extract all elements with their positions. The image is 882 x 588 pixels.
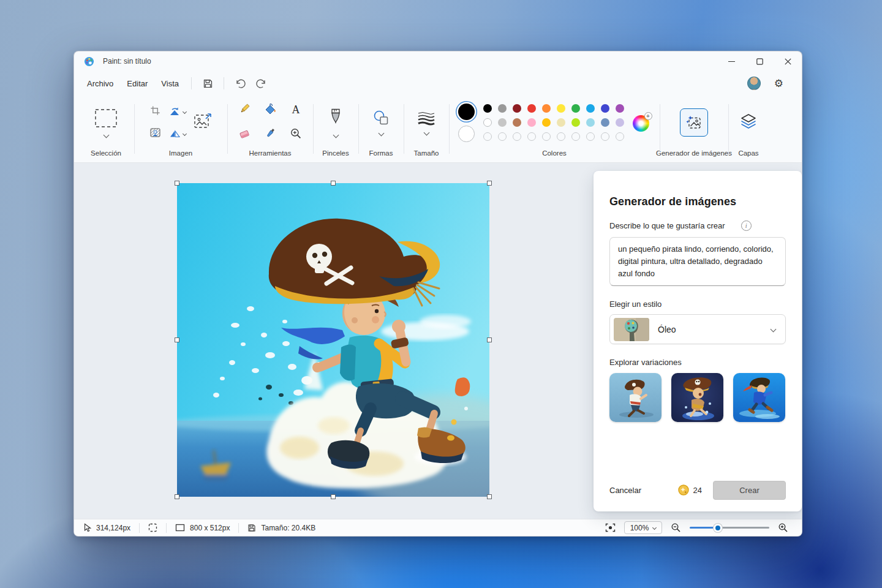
- resize-handle-nw[interactable]: [175, 181, 179, 186]
- group-label: Capas: [738, 149, 758, 162]
- maximize-button[interactable]: [745, 51, 774, 71]
- variations-label: Explorar variaciones: [609, 358, 786, 367]
- crop-tool-icon[interactable]: [150, 105, 160, 118]
- canvas[interactable]: [177, 183, 489, 497]
- paint-window: Paint: sin título Archivo Editar Vista: [74, 51, 802, 537]
- rotate-tool-button[interactable]: [169, 107, 186, 117]
- group-generador: Generador de imágenes: [660, 96, 728, 162]
- info-icon[interactable]: i: [741, 221, 752, 231]
- secondary-color-swatch[interactable]: [458, 126, 475, 142]
- palette-color[interactable]: [527, 104, 536, 113]
- primary-color-swatch[interactable]: [458, 104, 475, 120]
- chevron-down-icon[interactable]: [378, 130, 384, 137]
- chevron-down-icon[interactable]: [423, 129, 429, 135]
- variation-thumbnail-2[interactable]: [671, 373, 723, 422]
- cancel-button[interactable]: Cancelar: [609, 486, 641, 495]
- palette-empty-slot[interactable]: [542, 132, 551, 141]
- palette-empty-slot[interactable]: [571, 132, 580, 141]
- credits-coin-icon: [678, 484, 689, 496]
- palette-empty-slot[interactable]: [513, 132, 521, 141]
- text-tool-icon[interactable]: A: [290, 104, 301, 118]
- edit-colors-button[interactable]: +: [633, 113, 651, 132]
- resize-image-tool-icon[interactable]: [194, 113, 212, 132]
- palette-empty-slot[interactable]: [601, 132, 609, 141]
- palette-color[interactable]: [498, 118, 507, 127]
- brushes-button[interactable]: [330, 108, 342, 137]
- palette-empty-slot[interactable]: [527, 132, 536, 141]
- undo-button[interactable]: [230, 75, 251, 92]
- palette-color[interactable]: [557, 118, 565, 127]
- variation-thumbnail-1[interactable]: [609, 373, 662, 422]
- palette-empty-slot[interactable]: [616, 132, 624, 141]
- palette-empty-slot[interactable]: [557, 132, 565, 141]
- palette-color[interactable]: [571, 104, 580, 113]
- menu-editar[interactable]: Editar: [120, 75, 154, 92]
- close-button[interactable]: [774, 51, 802, 71]
- remove-background-tool-icon[interactable]: [150, 128, 160, 140]
- palette-color[interactable]: [601, 104, 609, 113]
- palette-color[interactable]: [542, 104, 551, 113]
- chevron-down-icon[interactable]: [182, 132, 186, 136]
- resize-handle-ne[interactable]: [487, 181, 492, 186]
- palette-color[interactable]: [601, 118, 609, 127]
- zoom-out-icon[interactable]: [671, 522, 681, 533]
- chevron-down-icon[interactable]: [333, 132, 339, 138]
- palette-color[interactable]: [557, 104, 565, 113]
- redo-button[interactable]: [251, 75, 271, 92]
- magnifier-tool-icon[interactable]: [290, 127, 302, 142]
- resize-handle-se[interactable]: [487, 494, 492, 499]
- palette-color[interactable]: [498, 104, 507, 113]
- palette-empty-slot[interactable]: [586, 132, 595, 141]
- group-imagen: Imagen: [134, 96, 227, 162]
- shapes-button[interactable]: [372, 110, 390, 135]
- prompt-input[interactable]: un pequeño pirata lindo, corriendo, colo…: [609, 237, 786, 286]
- eraser-tool-icon[interactable]: [238, 128, 251, 142]
- menu-vista[interactable]: Vista: [154, 75, 186, 92]
- palette-empty-slot[interactable]: [483, 132, 492, 141]
- flip-tool-button[interactable]: [169, 129, 186, 138]
- save-button[interactable]: [197, 75, 218, 92]
- minimize-button[interactable]: [717, 51, 745, 71]
- account-avatar[interactable]: [747, 77, 761, 90]
- chevron-down-icon: [652, 526, 657, 530]
- chevron-down-icon[interactable]: [182, 110, 186, 114]
- chevron-down-icon[interactable]: [103, 132, 109, 138]
- palette-color[interactable]: [513, 118, 521, 127]
- palette-empty-slot[interactable]: [498, 132, 507, 141]
- palette-color[interactable]: [542, 118, 551, 127]
- resize-handle-sw[interactable]: [175, 494, 179, 499]
- zoom-level-dropdown[interactable]: 100%: [624, 521, 662, 534]
- zoom-slider[interactable]: [690, 523, 769, 533]
- style-dropdown[interactable]: Óleo: [609, 314, 786, 344]
- pencil-tool-icon[interactable]: [238, 103, 251, 118]
- menu-archivo[interactable]: Archivo: [80, 75, 120, 92]
- image-creator-button[interactable]: [680, 108, 708, 137]
- zoom-slider-track[interactable]: [690, 527, 769, 529]
- fit-to-screen-icon[interactable]: [605, 523, 616, 532]
- palette-color[interactable]: [513, 104, 521, 113]
- palette-color[interactable]: [616, 118, 624, 127]
- palette-color[interactable]: [571, 118, 580, 127]
- zoom-level-value: 100%: [630, 524, 649, 532]
- palette-color[interactable]: [586, 104, 595, 113]
- palette-color[interactable]: [483, 118, 492, 127]
- resize-handle-n[interactable]: [331, 181, 336, 186]
- zoom-in-icon[interactable]: [778, 522, 788, 533]
- resize-handle-s[interactable]: [331, 494, 336, 499]
- zoom-slider-thumb[interactable]: [714, 524, 722, 532]
- resize-handle-w[interactable]: [175, 337, 179, 342]
- size-button[interactable]: [417, 111, 435, 135]
- create-button[interactable]: Crear: [713, 481, 786, 500]
- chevron-down-icon: [771, 326, 777, 333]
- palette-color[interactable]: [527, 118, 536, 127]
- palette-color[interactable]: [586, 118, 595, 127]
- palette-color[interactable]: [483, 104, 492, 113]
- resize-handle-e[interactable]: [487, 337, 492, 342]
- variation-thumbnail-3[interactable]: [733, 373, 785, 422]
- layers-button[interactable]: [739, 113, 758, 133]
- settings-gear-icon[interactable]: ⚙: [774, 78, 783, 89]
- eyedropper-tool-icon[interactable]: [264, 127, 276, 142]
- selection-tool-button[interactable]: [94, 108, 118, 137]
- fill-tool-icon[interactable]: [264, 103, 277, 118]
- palette-color[interactable]: [616, 104, 624, 113]
